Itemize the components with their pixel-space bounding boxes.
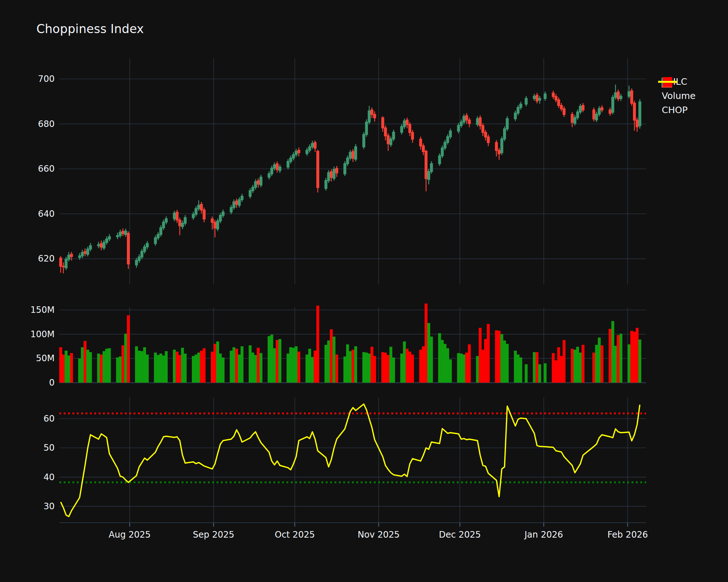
candle[interactable] (468, 117, 471, 127)
volume-bar[interactable] (108, 348, 111, 383)
candle[interactable] (365, 119, 368, 137)
candle[interactable] (598, 106, 601, 116)
volume-bar[interactable] (517, 355, 519, 383)
candle[interactable] (538, 96, 541, 104)
volume-bar[interactable] (138, 351, 141, 383)
candle[interactable] (273, 162, 276, 170)
volume-bar[interactable] (617, 335, 620, 383)
candle[interactable] (89, 243, 92, 251)
candle[interactable] (175, 210, 178, 223)
candle[interactable] (552, 91, 555, 99)
volume-bar[interactable] (479, 328, 482, 383)
candle[interactable] (479, 115, 482, 129)
volume-bar[interactable] (194, 355, 197, 383)
candle[interactable] (449, 129, 452, 139)
candle[interactable] (216, 219, 219, 231)
volume-bar[interactable] (503, 340, 506, 383)
volume-bar[interactable] (620, 334, 622, 383)
volume-bar[interactable] (457, 353, 460, 383)
volume-bar[interactable] (103, 351, 106, 383)
volume-bar[interactable] (424, 304, 427, 383)
candle[interactable] (498, 148, 500, 160)
candle[interactable] (487, 135, 490, 146)
candle[interactable] (427, 169, 430, 184)
candle[interactable] (235, 199, 238, 208)
candle[interactable] (571, 112, 574, 127)
candle[interactable] (582, 103, 585, 112)
volume-bar[interactable] (405, 349, 408, 383)
candle[interactable] (157, 232, 159, 240)
volume-bar[interactable] (119, 356, 122, 383)
candle[interactable] (181, 220, 184, 229)
candle[interactable] (371, 107, 373, 118)
volume-bar[interactable] (86, 350, 89, 383)
candle[interactable] (178, 218, 181, 235)
volume-bar[interactable] (400, 354, 403, 383)
candle[interactable] (138, 254, 141, 263)
volume-bar[interactable] (252, 352, 254, 383)
candle[interactable] (249, 188, 252, 198)
volume-bar[interactable] (127, 315, 130, 383)
volume-bar[interactable] (241, 346, 244, 383)
candle[interactable] (238, 197, 241, 207)
volume-bar[interactable] (630, 331, 633, 383)
volume-bar[interactable] (105, 349, 108, 383)
candle[interactable] (576, 109, 579, 120)
volume-bar[interactable] (116, 358, 119, 383)
volume-bar[interactable] (468, 344, 471, 383)
candle[interactable] (349, 150, 352, 160)
candle[interactable] (84, 248, 87, 256)
candle[interactable] (579, 104, 582, 114)
volume-bar[interactable] (270, 335, 273, 383)
volume-bar[interactable] (638, 339, 641, 383)
volume-bar[interactable] (633, 332, 636, 383)
volume-bar[interactable] (343, 356, 346, 383)
candle[interactable] (270, 166, 273, 176)
volume-bar[interactable] (278, 339, 281, 383)
volume-bar[interactable] (628, 344, 630, 383)
candle[interactable] (324, 178, 327, 191)
volume-bar[interactable] (552, 353, 555, 383)
volume-bar[interactable] (519, 358, 522, 383)
candle[interactable] (460, 120, 463, 128)
candle[interactable] (165, 216, 168, 224)
candle[interactable] (62, 262, 65, 273)
volume-bar[interactable] (498, 331, 500, 383)
volume-bar[interactable] (157, 355, 159, 383)
candle[interactable] (362, 132, 365, 149)
candle[interactable] (422, 143, 425, 155)
volume-bar[interactable] (308, 349, 311, 383)
candle[interactable] (203, 207, 206, 222)
volume-bar[interactable] (427, 323, 430, 383)
candle[interactable] (278, 164, 281, 173)
candle[interactable] (305, 148, 308, 156)
volume-bar[interactable] (419, 350, 422, 383)
volume-bar[interactable] (154, 352, 157, 383)
volume-bar[interactable] (495, 330, 498, 383)
candle[interactable] (86, 247, 89, 256)
candle[interactable] (563, 106, 566, 117)
volume-bar[interactable] (276, 340, 279, 383)
volume-bar[interactable] (219, 354, 222, 383)
volume-bar[interactable] (573, 350, 576, 383)
volume-bar[interactable] (484, 339, 487, 383)
volume-bar[interactable] (579, 352, 582, 383)
volume-bar[interactable] (352, 350, 355, 383)
candle[interactable] (292, 152, 295, 160)
candle[interactable] (119, 230, 122, 238)
candle[interactable] (343, 161, 346, 176)
volume-bar[interactable] (446, 348, 449, 383)
volume-bar[interactable] (178, 355, 181, 383)
candle[interactable] (381, 116, 384, 132)
candle[interactable] (108, 234, 111, 241)
candle[interactable] (424, 150, 427, 191)
volume-bar[interactable] (514, 351, 517, 383)
volume-bar[interactable] (84, 341, 87, 383)
legend-item-volume[interactable]: Volume (658, 91, 696, 101)
candle[interactable] (295, 149, 298, 157)
volume-bar[interactable] (211, 352, 214, 383)
volume-bar[interactable] (576, 347, 579, 383)
volume-bar[interactable] (368, 354, 371, 383)
candle[interactable] (241, 194, 244, 202)
volume-bar[interactable] (222, 358, 225, 383)
